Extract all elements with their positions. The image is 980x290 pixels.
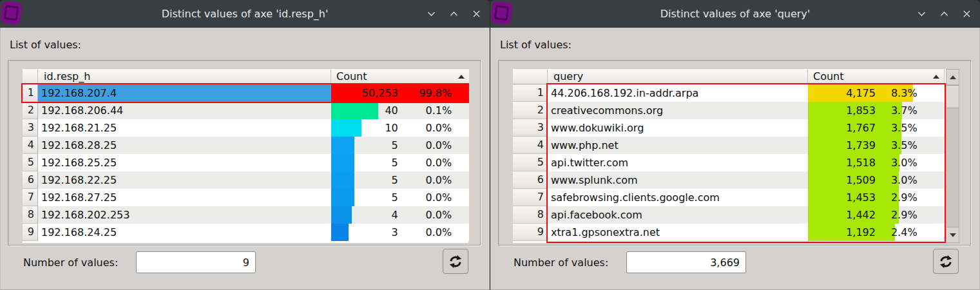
value-cell[interactable]: creativecommons.org — [548, 102, 808, 119]
refresh-button[interactable] — [933, 249, 959, 274]
count-cell[interactable]: 4,1758.3% — [808, 84, 945, 102]
row-number[interactable]: 2 — [23, 102, 38, 119]
row-number[interactable]: 4 — [513, 137, 548, 154]
app-icon[interactable] — [0, 1, 23, 25]
count-cell[interactable]: 100.0% — [331, 119, 469, 137]
count-percent: 0.0% — [398, 206, 452, 224]
count-cell[interactable]: 1,7393.5% — [808, 137, 945, 154]
minimize-button[interactable] — [426, 9, 436, 19]
row-number[interactable]: 3 — [23, 119, 38, 137]
titlebar[interactable]: Distinct values of axe 'query' — [490, 0, 980, 28]
value-cell[interactable]: 192.168.202.253 — [38, 206, 331, 224]
value-cell[interactable]: api.twitter.com — [548, 154, 808, 171]
value-cell[interactable]: 192.168.24.25 — [38, 224, 331, 241]
row-number[interactable]: 5 — [513, 154, 548, 171]
value-cell[interactable]: 192.168.25.25 — [38, 154, 331, 171]
count-cell[interactable]: 1,5183.0% — [808, 154, 945, 171]
count-cell[interactable]: 400.1% — [331, 102, 469, 119]
table-row[interactable]: xtra1.gpsonextra.net1,1922.4% — [548, 224, 945, 241]
row-number[interactable]: 5 — [23, 154, 38, 171]
value-cell[interactable]: www.dokuwiki.org — [548, 119, 808, 137]
table-row[interactable]: 192.168.207.450,25399.8% — [38, 84, 469, 102]
minimize-button[interactable] — [916, 9, 927, 19]
count-cell[interactable]: 1,1922.4% — [808, 224, 945, 241]
sort-ascending-icon — [933, 75, 939, 79]
value-cell[interactable]: 192.168.28.25 — [38, 137, 331, 154]
value-column-header[interactable]: query — [548, 69, 808, 84]
scroll-up-button[interactable] — [946, 70, 959, 85]
app-icon[interactable] — [490, 1, 513, 25]
value-cell[interactable]: 192.168.22.25 — [38, 171, 331, 189]
row-number[interactable]: 1 — [23, 84, 38, 102]
row-number[interactable]: 8 — [23, 206, 38, 224]
count-column-header[interactable]: Count — [808, 69, 945, 84]
refresh-button[interactable] — [443, 249, 468, 274]
table-row[interactable]: www.dokuwiki.org1,7673.5% — [548, 119, 945, 137]
value-cell[interactable]: 192.168.27.25 — [38, 189, 331, 206]
count-percent: 99.8% — [398, 84, 452, 102]
table-row[interactable]: 192.168.25.2550.0% — [38, 154, 469, 171]
value-cell[interactable]: 192.168.206.44 — [38, 102, 331, 119]
count-cell[interactable]: 1,4532.9% — [808, 189, 945, 206]
count-cell[interactable]: 50.0% — [331, 154, 469, 171]
count-cell[interactable]: 50.0% — [331, 171, 469, 189]
value-cell[interactable]: api.facebook.com — [548, 206, 808, 224]
count-cell[interactable]: 50.0% — [331, 137, 469, 154]
table-row[interactable]: api.facebook.com1,4422.9% — [548, 206, 945, 224]
value-cell[interactable]: www.php.net — [548, 137, 808, 154]
value-column-header[interactable]: id.resp_h — [38, 69, 331, 84]
count-cell[interactable]: 40.0% — [331, 206, 469, 224]
corner-header-cell[interactable] — [23, 69, 38, 84]
table-row[interactable]: creativecommons.org1,8533.7% — [548, 102, 945, 119]
count-cell[interactable]: 30.0% — [331, 224, 469, 241]
row-number[interactable]: 6 — [23, 171, 38, 189]
value-cell[interactable]: 44.206.168.192.in-addr.arpa — [548, 84, 808, 102]
table-row[interactable]: 192.168.22.2550.0% — [38, 171, 469, 189]
corner-header-cell[interactable] — [513, 69, 548, 84]
value-cell[interactable]: xtra1.gpsonextra.net — [548, 224, 808, 241]
titlebar[interactable]: Distinct values of axe 'id.resp_h' — [0, 0, 490, 28]
row-number[interactable]: 9 — [513, 224, 548, 241]
value-cell[interactable]: 192.168.21.25 — [38, 119, 331, 137]
table-row[interactable]: 192.168.206.44400.1% — [38, 102, 469, 119]
count-cell[interactable]: 1,7673.5% — [808, 119, 945, 137]
row-number[interactable]: 7 — [513, 189, 548, 206]
row-number[interactable]: 8 — [513, 206, 548, 224]
row-number[interactable]: 1 — [513, 84, 548, 102]
row-number[interactable]: 7 — [23, 189, 38, 206]
window-controls — [916, 0, 972, 28]
table-row[interactable]: 192.168.202.25340.0% — [38, 206, 469, 224]
table-row[interactable]: www.splunk.com1,5093.0% — [548, 171, 945, 189]
count-column-header[interactable]: Count — [331, 69, 469, 84]
close-button[interactable] — [961, 9, 972, 19]
scrollbar-thumb[interactable] — [946, 85, 959, 108]
number-of-values-input[interactable] — [136, 251, 256, 273]
row-number[interactable]: 4 — [23, 137, 38, 154]
table-row[interactable]: 192.168.21.25100.0% — [38, 119, 469, 137]
maximize-button[interactable] — [448, 9, 459, 19]
value-cell[interactable]: 192.168.207.4 — [38, 84, 331, 102]
count-cell[interactable]: 1,8533.7% — [808, 102, 945, 119]
table-row[interactable]: 192.168.24.2530.0% — [38, 224, 469, 241]
row-number[interactable]: 9 — [23, 224, 38, 241]
table-row[interactable]: www.php.net1,7393.5% — [548, 137, 945, 154]
row-number[interactable]: 2 — [513, 102, 548, 119]
number-of-values-input[interactable] — [626, 251, 746, 273]
table-row[interactable]: 192.168.27.2550.0% — [38, 189, 469, 206]
table-row[interactable]: 44.206.168.192.in-addr.arpa4,1758.3% — [548, 84, 945, 102]
count-cell[interactable]: 1,4422.9% — [808, 206, 945, 224]
value-cell[interactable]: www.splunk.com — [548, 171, 808, 189]
table-row[interactable]: api.twitter.com1,5183.0% — [548, 154, 945, 171]
scroll-down-button[interactable] — [946, 227, 959, 242]
vertical-scrollbar[interactable] — [946, 69, 959, 243]
table-row[interactable]: safebrowsing.clients.google.com1,4532.9% — [548, 189, 945, 206]
row-number[interactable]: 6 — [513, 171, 548, 189]
count-cell[interactable]: 50,25399.8% — [331, 84, 469, 102]
table-row[interactable]: 192.168.28.2550.0% — [38, 137, 469, 154]
value-cell[interactable]: safebrowsing.clients.google.com — [548, 189, 808, 206]
count-cell[interactable]: 1,5093.0% — [808, 171, 945, 189]
count-cell[interactable]: 50.0% — [331, 189, 469, 206]
close-button[interactable] — [471, 9, 481, 19]
row-number[interactable]: 3 — [513, 119, 548, 137]
maximize-button[interactable] — [939, 9, 949, 19]
